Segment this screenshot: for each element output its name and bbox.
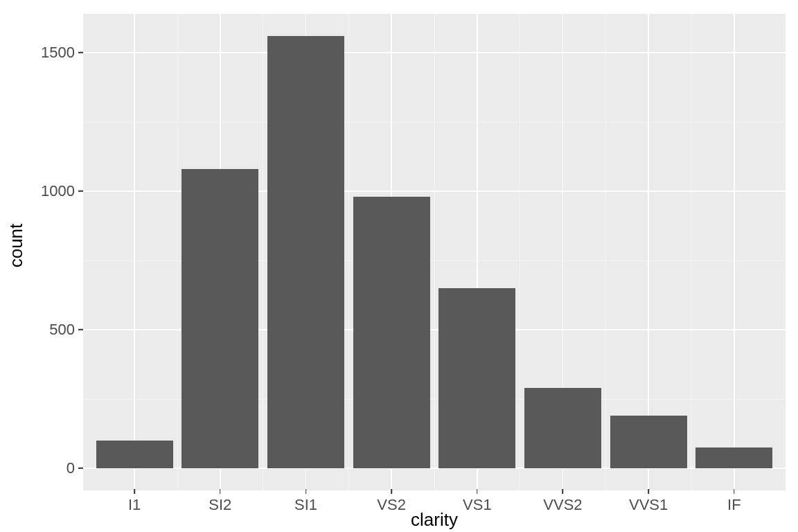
grid-minor-v xyxy=(520,14,520,490)
bar xyxy=(96,441,173,468)
y-axis-title-text: count xyxy=(6,223,28,267)
bar xyxy=(695,447,772,468)
y-tick-label: 500 xyxy=(49,321,75,339)
bar-chart: count 050010001500 I1SI2SI1VS2VS1VVS2VVS… xyxy=(0,0,798,532)
grid-minor-v xyxy=(348,14,349,490)
bar xyxy=(438,288,515,468)
grid-major-v xyxy=(134,14,135,490)
y-tick-mark xyxy=(78,52,83,53)
y-tick-label: 1500 xyxy=(41,44,75,62)
grid-major-v xyxy=(734,14,735,490)
grid-minor-v xyxy=(177,14,178,490)
x-tick-mark xyxy=(391,489,392,494)
grid-minor-v xyxy=(434,14,435,490)
x-tick-mark xyxy=(305,489,307,494)
x-axis-title-text: clarity xyxy=(411,509,458,530)
x-axis-ticks: I1SI2SI1VS2VS1VVS2VVS1IF xyxy=(83,492,786,508)
plot-panel xyxy=(83,14,786,490)
x-tick-mark xyxy=(134,489,135,494)
y-tick-mark xyxy=(78,468,83,469)
y-axis-ticks: 050010001500 xyxy=(29,14,83,490)
grid-minor-v xyxy=(263,14,263,490)
y-tick-mark xyxy=(78,329,83,330)
y-tick-mark xyxy=(78,190,83,192)
bar xyxy=(267,36,344,468)
bar xyxy=(353,197,430,468)
bar xyxy=(524,388,601,468)
y-tick-label: 1000 xyxy=(41,182,75,200)
bar xyxy=(610,416,687,468)
bar xyxy=(181,169,258,468)
grid-minor-v xyxy=(691,14,691,490)
y-axis-title: count xyxy=(4,0,29,490)
y-tick-label: 0 xyxy=(66,459,75,477)
x-tick-mark xyxy=(477,489,478,494)
x-tick-mark xyxy=(648,489,649,494)
x-axis-title: clarity xyxy=(83,509,786,531)
x-tick-mark xyxy=(734,489,735,494)
x-tick-mark xyxy=(220,489,221,494)
x-tick-mark xyxy=(562,489,564,494)
grid-minor-v xyxy=(605,14,606,490)
